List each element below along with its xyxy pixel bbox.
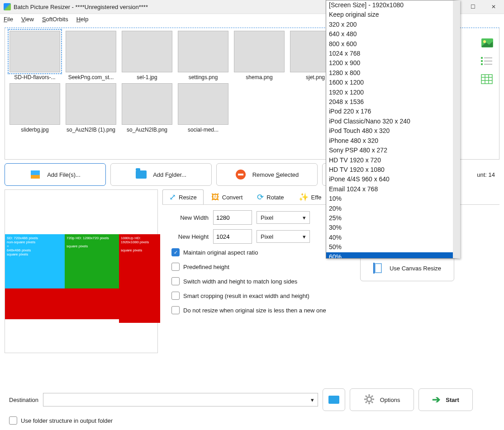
- menu-view[interactable]: View: [21, 16, 34, 23]
- dropdown-item[interactable]: iPone 4/4S 960 x 640: [326, 175, 453, 184]
- menu-softorbits[interactable]: SoftOrbits: [42, 16, 68, 23]
- width-unit-select[interactable]: Pixel ▾: [257, 211, 310, 224]
- dropdown-item[interactable]: HD TV 1920 x 1080: [326, 165, 453, 175]
- thumbnail-item[interactable]: sel-1.jpg: [119, 30, 175, 82]
- dropdown-item[interactable]: HD TV 1920 x 720: [326, 156, 453, 165]
- dropdown-item[interactable]: 30%: [326, 223, 453, 232]
- smart-crop-checkbox[interactable]: [171, 292, 180, 300]
- thumbnail-caption: sel-1.jpg: [137, 74, 157, 80]
- folder-icon: [136, 170, 147, 179]
- dropdown-item[interactable]: 50%: [326, 242, 453, 252]
- dropdown-item[interactable]: 800 x 600: [326, 39, 453, 49]
- dropdown-item[interactable]: 1024 x 768: [326, 49, 453, 58]
- thumbnail-image: [234, 31, 285, 72]
- dropdown-item[interactable]: 20%: [326, 204, 453, 213]
- tab-resize-label: Resize: [179, 194, 197, 201]
- table-view-icon[interactable]: [481, 74, 494, 85]
- preset-size-dropdown[interactable]: [Screen Size] - 1920x1080Keep original s…: [326, 0, 460, 259]
- tab-convert[interactable]: 🖼 Convert: [204, 189, 250, 204]
- list-view-icon[interactable]: [481, 56, 494, 67]
- thumbnail-caption: settings.png: [189, 74, 218, 80]
- predefined-height-checkbox[interactable]: [171, 263, 180, 271]
- thumbnail-image: [10, 31, 60, 72]
- dropdown-item[interactable]: 25%: [326, 213, 453, 223]
- add-files-button[interactable]: Add File(s)...: [5, 163, 106, 186]
- new-height-input[interactable]: [213, 229, 252, 244]
- remove-selected-button[interactable]: Remove Selected: [216, 163, 318, 186]
- thumbnail-caption: so_AuzN2IB (1).png: [67, 127, 115, 133]
- thumbnail-item[interactable]: settings.png: [175, 30, 231, 82]
- canvas-resize-button[interactable]: Use Canvas Resize: [360, 255, 454, 281]
- dropdown-item[interactable]: 640 x 480: [326, 29, 453, 39]
- dropdown-item[interactable]: 1200 x 900: [326, 58, 453, 68]
- dropdown-item[interactable]: Sony PSP 480 x 272: [326, 146, 453, 155]
- thumbnail-item[interactable]: sliderbg.jpg: [7, 82, 63, 135]
- dropdown-item[interactable]: 1600 x 1200: [326, 78, 453, 87]
- svg-rect-13: [375, 264, 381, 273]
- gear-icon: [364, 394, 375, 406]
- svg-rect-14: [373, 263, 375, 274]
- start-button[interactable]: ➔ Start: [418, 388, 473, 411]
- dropdown-item[interactable]: iPod Touch 480 x 320: [326, 126, 453, 136]
- thumbnail-image: [10, 83, 60, 125]
- chevron-down-icon: ▾: [303, 214, 306, 221]
- play-icon: ➔: [432, 394, 440, 406]
- dropdown-item[interactable]: 60%: [326, 252, 453, 259]
- chevron-down-icon: ▾: [303, 233, 306, 240]
- dropdown-item[interactable]: 320 x 200: [326, 20, 453, 29]
- folder-icon: [328, 396, 339, 404]
- dropdown-item[interactable]: iPod Classic/Nano 320 x 240: [326, 117, 453, 126]
- height-unit-select[interactable]: Pixel ▾: [257, 230, 310, 243]
- switch-wh-checkbox[interactable]: [171, 277, 180, 285]
- new-height-label: New Height: [168, 233, 209, 240]
- thumbnails-view-icon[interactable]: [481, 38, 494, 49]
- add-folder-button[interactable]: Add Folder...: [110, 163, 212, 186]
- svg-line-22: [366, 402, 367, 403]
- dropdown-item[interactable]: 1280 x 800: [326, 68, 453, 78]
- side-toolbar: [478, 35, 498, 85]
- svg-point-15: [367, 397, 371, 402]
- thumbnail-item[interactable]: SD-HD-flavors-...: [7, 30, 63, 82]
- dropdown-item[interactable]: Keep original size: [326, 10, 453, 19]
- dropdown-item[interactable]: 10%: [326, 194, 453, 203]
- browse-folder-button[interactable]: [323, 388, 345, 411]
- svg-rect-7: [484, 64, 492, 65]
- start-label: Start: [446, 397, 459, 403]
- thumbnail-item[interactable]: so_AuzN2IB.png: [119, 82, 175, 135]
- tab-effects[interactable]: ✨ Effe: [292, 189, 328, 204]
- thumbnail-image: [178, 31, 228, 72]
- add-files-label: Add File(s)...: [47, 171, 81, 178]
- dropdown-item[interactable]: Email 1024 x 768: [326, 184, 453, 194]
- maintain-ratio-checkbox[interactable]: ✓: [171, 248, 180, 256]
- folder-structure-label: Use folder structure in output folder: [21, 417, 113, 424]
- dropdown-item[interactable]: iPod 220 x 176: [326, 107, 453, 116]
- dropdown-item[interactable]: 40%: [326, 233, 453, 242]
- image-icon: [30, 170, 41, 180]
- thumbnail-image: [122, 31, 172, 72]
- options-button[interactable]: Options: [350, 388, 414, 411]
- dropdown-item[interactable]: 2048 x 1536: [326, 97, 453, 107]
- thumbnail-caption: SD-HD-flavors-...: [14, 74, 55, 80]
- thumbnail-item[interactable]: SeekPng.com_st...: [63, 30, 119, 82]
- tab-resize[interactable]: ⤢ Resize: [162, 189, 204, 204]
- menu-file[interactable]: File: [4, 16, 13, 23]
- item-count: unt: 14: [477, 171, 499, 178]
- dropdown-item[interactable]: 1920 x 1200: [326, 88, 453, 97]
- close-button[interactable]: ✕: [483, 0, 504, 14]
- thumbnail-item[interactable]: social-med...: [175, 82, 231, 135]
- maximize-button[interactable]: ☐: [462, 0, 483, 14]
- tab-rotate[interactable]: ⟳ Rotate: [250, 189, 290, 204]
- destination-combobox[interactable]: ▾: [43, 393, 318, 406]
- thumbnail-item[interactable]: so_AuzN2IB (1).png: [63, 82, 119, 135]
- svg-rect-5: [484, 57, 492, 58]
- thumbnail-caption: sjet.png: [306, 74, 325, 80]
- thumbnail-item[interactable]: shema.png: [231, 30, 287, 82]
- bottom-bar: Destination ▾ Options ➔ Start Use folder…: [0, 387, 504, 430]
- folder-structure-checkbox[interactable]: [9, 416, 17, 425]
- thumbnail-caption: sliderbg.jpg: [21, 127, 48, 133]
- menu-help[interactable]: Help: [76, 16, 89, 23]
- dropdown-item[interactable]: iPhone 480 x 320: [326, 136, 453, 146]
- dropdown-item[interactable]: [Screen Size] - 1920x1080: [326, 0, 453, 10]
- no-resize-checkbox[interactable]: [171, 306, 180, 314]
- new-width-input[interactable]: [213, 210, 252, 225]
